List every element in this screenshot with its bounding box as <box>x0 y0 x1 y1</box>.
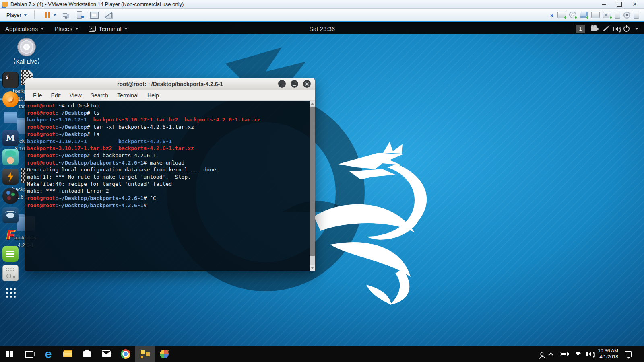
applications-menu[interactable]: Applications <box>0 23 49 34</box>
window-maximize-icon[interactable] <box>291 80 298 88</box>
guest-tray: 1 <box>576 23 644 34</box>
power-icon[interactable] <box>623 26 630 32</box>
hard-disk-icon[interactable] <box>557 12 566 18</box>
scrollbar-thumb[interactable] <box>310 107 315 256</box>
browser-icon <box>2 91 19 107</box>
terminal-titlebar[interactable]: root@root: ~/Desktop/backports-4.2.6-1 <box>25 78 315 90</box>
player-menu-label: Player <box>6 12 21 18</box>
battery-icon[interactable] <box>560 352 568 356</box>
dock-metasploit-icon[interactable] <box>2 130 19 146</box>
taskbar-start-button[interactable] <box>0 346 19 362</box>
scroll-down-icon[interactable] <box>310 265 315 271</box>
terminal-appmenu[interactable]: >_ Terminal <box>84 23 133 34</box>
vmware-titlebar: Debian 7.x (4) - VMware Workstation 14 P… <box>0 0 644 9</box>
notes-icon <box>2 246 19 262</box>
terminal-menu-file[interactable]: File <box>29 92 47 99</box>
network-icon[interactable] <box>580 12 588 18</box>
taskbar-paint-3d-button[interactable] <box>155 346 174 362</box>
pause-chevron-icon[interactable] <box>53 14 56 16</box>
send-ctrl-alt-del-icon[interactable] <box>60 10 70 20</box>
player-menu-button[interactable]: Player <box>3 11 30 19</box>
connected-indicator <box>586 16 589 19</box>
terminal-content[interactable]: root@root:~# cd Desktoproot@root:~/Deskt… <box>25 101 315 271</box>
webcam-icon[interactable] <box>623 12 630 19</box>
pen-icon[interactable] <box>603 26 609 32</box>
maximize-icon[interactable] <box>613 1 626 8</box>
tray-clock[interactable]: 10:36 AM 4/1/2018 <box>598 348 618 360</box>
maltego-icon <box>2 188 19 204</box>
terminal-menu-edit[interactable]: Edit <box>47 92 65 99</box>
camcorder-icon[interactable] <box>591 27 597 31</box>
cd-disc-icon <box>17 38 36 56</box>
dock-browser-icon[interactable] <box>2 91 19 107</box>
dock-files-icon[interactable] <box>2 111 19 127</box>
dock-faraday-icon[interactable] <box>2 226 19 243</box>
connect-device-icon[interactable] <box>74 10 85 20</box>
terminal-menu-search[interactable]: Search <box>86 92 113 99</box>
pause-icon[interactable] <box>41 10 51 20</box>
terminal-line: root@root:~/Desktop/backports-4.2.6-1# <box>27 202 308 209</box>
taskbar-chrome-button[interactable] <box>116 346 135 362</box>
running-indicator <box>0 98 2 100</box>
terminal-line: root@root:~/Desktop/backports-4.2.6-1# m… <box>27 159 308 167</box>
taskbar-mail-button[interactable] <box>97 346 116 362</box>
device-status-icons <box>556 12 641 19</box>
terminal-menu-view[interactable]: View <box>65 92 86 99</box>
dock <box>2 72 21 300</box>
taskbar-task-view-button[interactable] <box>19 346 39 362</box>
volume-icon[interactable] <box>588 352 591 356</box>
dock-notes-icon[interactable] <box>2 246 19 262</box>
terminal-line: Makefile:40: recipe for target 'unload' … <box>27 181 308 188</box>
terminal-menu-terminal[interactable]: Terminal <box>113 92 143 99</box>
people-icon[interactable] <box>540 352 543 356</box>
minimize-icon[interactable] <box>597 1 611 8</box>
terminal-line: root@root:~# cd Desktop <box>27 102 308 109</box>
taskbar-edge-button[interactable] <box>39 346 58 362</box>
chevron-down-icon[interactable] <box>635 28 638 30</box>
usb-icon[interactable] <box>615 12 620 19</box>
taskbar-vmware-button[interactable] <box>135 346 155 362</box>
terminal-line: root@root:~/Desktop# cd backports-4.2.6-… <box>27 152 308 159</box>
terminal-menu-help[interactable]: Help <box>143 92 163 99</box>
window-close-icon[interactable] <box>303 80 311 88</box>
action-center-icon[interactable] <box>625 351 632 357</box>
vmware-window-title: Debian 7.x (4) - VMware Workstation 14 P… <box>10 1 596 7</box>
desktop-item-kali-live[interactable]: Kali Live <box>12 38 41 65</box>
workspace-indicator[interactable]: 1 <box>576 25 585 33</box>
terminal-line: backports-3.10.17-1 backports-4.2.6-1 <box>27 138 308 145</box>
unity-mode-icon[interactable] <box>103 10 114 20</box>
wifi-icon[interactable] <box>574 352 582 357</box>
terminal-scrollbar[interactable] <box>310 101 315 271</box>
scroll-up-icon[interactable] <box>310 101 315 106</box>
tray-date: 4/1/2018 <box>598 354 618 360</box>
terminal-icon <box>2 72 19 88</box>
close-icon[interactable] <box>628 1 642 8</box>
terminal-line: make[1]: *** No rule to make target 'unl… <box>27 173 308 181</box>
cd-rom-icon[interactable] <box>569 12 576 18</box>
terminal-window: root@root: ~/Desktop/backports-4.2.6-1 F… <box>25 78 315 271</box>
printer-icon[interactable] <box>591 12 600 18</box>
expand-toolbar-icon[interactable]: » <box>550 12 553 19</box>
task-view-icon <box>25 351 33 358</box>
store-icon <box>83 351 91 357</box>
burpsuite-icon <box>2 169 19 185</box>
volume-icon[interactable] <box>615 27 618 31</box>
chevron-up-icon[interactable] <box>548 352 553 358</box>
dock-beef-icon[interactable] <box>2 207 19 223</box>
dock-terminal-icon[interactable] <box>2 72 19 88</box>
chevron-down-icon <box>124 28 128 30</box>
taskbar-store-button[interactable] <box>77 346 97 362</box>
dock-hardware-keys-icon[interactable] <box>2 265 19 281</box>
dock-burpsuite-icon[interactable] <box>2 169 19 185</box>
window-minimize-icon[interactable] <box>278 80 286 88</box>
terminal-line: backports-3.10.17-1.tar.bz2 backports-4.… <box>27 145 308 152</box>
dock-armitage-icon[interactable] <box>2 149 19 165</box>
dock-show-applications-icon[interactable] <box>2 284 19 300</box>
sound-icon[interactable] <box>603 12 611 18</box>
desktop-item-label: Kali Live <box>14 58 39 65</box>
taskbar-file-explorer-button[interactable] <box>58 346 77 362</box>
places-menu[interactable]: Places <box>49 23 84 34</box>
usb-2-icon[interactable] <box>634 12 639 19</box>
dock-maltego-icon[interactable] <box>2 188 19 204</box>
fullscreen-icon[interactable] <box>89 10 99 20</box>
